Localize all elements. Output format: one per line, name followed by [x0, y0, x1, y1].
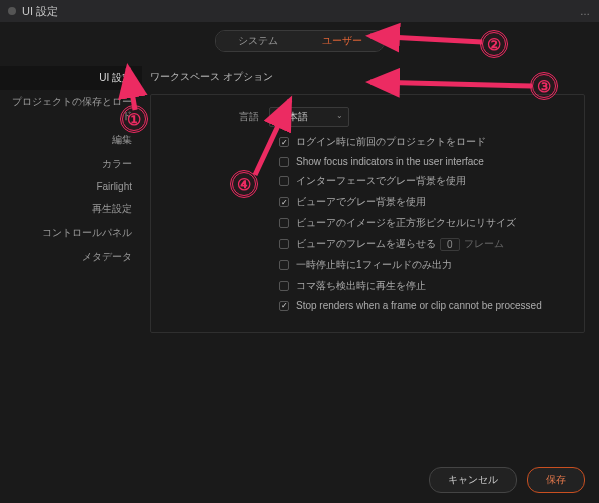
- sidebar-item-ui-settings[interactable]: UI 設定: [0, 66, 142, 90]
- tab-system[interactable]: システム: [216, 31, 300, 51]
- sidebar: UI 設定 プロジェクトの保存とロード 編集 カラー Fairlight 再生設…: [0, 64, 142, 333]
- sidebar-item-control-panel[interactable]: コントロールパネル: [0, 221, 142, 245]
- checkbox-label-8: Stop renders when a frame or clip cannot…: [296, 300, 542, 311]
- window-title: UI 設定: [22, 4, 58, 19]
- window-more-icon[interactable]: …: [580, 6, 591, 17]
- checkbox-label-4: ビューアのイメージを正方形ピクセルにリサイズ: [296, 216, 516, 230]
- option-row-5: ビューアのフレームを遅らせる0フレーム: [165, 237, 570, 251]
- option-row-0: ログイン時に前回のプロジェクトをロード: [165, 135, 570, 149]
- option-row-2: インターフェースでグレー背景を使用: [165, 174, 570, 188]
- checkbox-label-1: Show focus indicators in the user interf…: [296, 156, 484, 167]
- sidebar-item-metadata[interactable]: メタデータ: [0, 245, 142, 269]
- sidebar-item-playback[interactable]: 再生設定: [0, 197, 142, 221]
- language-value: 日本語: [278, 111, 308, 122]
- checkbox-2[interactable]: [279, 176, 289, 186]
- checkbox-label-7: コマ落ち検出時に再生を停止: [296, 279, 426, 293]
- sidebar-item-project-save-load[interactable]: プロジェクトの保存とロード: [0, 90, 142, 128]
- language-label: 言語: [165, 110, 269, 124]
- option-row-3: ビューアでグレー背景を使用: [165, 195, 570, 209]
- checkbox-4[interactable]: [279, 218, 289, 228]
- checkbox-5[interactable]: [279, 239, 289, 249]
- checkbox-label-6: 一時停止時に1フィールドのみ出力: [296, 258, 452, 272]
- checkbox-7[interactable]: [279, 281, 289, 291]
- sidebar-item-edit[interactable]: 編集: [0, 128, 142, 152]
- checkbox-1[interactable]: [279, 157, 289, 167]
- option-row-7: コマ落ち検出時に再生を停止: [165, 279, 570, 293]
- checkbox-6[interactable]: [279, 260, 289, 270]
- checkbox-label-2: インターフェースでグレー背景を使用: [296, 174, 466, 188]
- language-select[interactable]: 日本語 ⌄: [269, 107, 349, 127]
- sidebar-item-fairlight[interactable]: Fairlight: [0, 176, 142, 197]
- checkbox-label-3: ビューアでグレー背景を使用: [296, 195, 426, 209]
- checkbox-label-5: ビューアのフレームを遅らせる: [296, 237, 436, 251]
- option-row-8: Stop renders when a frame or clip cannot…: [165, 300, 570, 311]
- checkbox-3[interactable]: [279, 197, 289, 207]
- frame-delay-input[interactable]: 0: [440, 238, 460, 251]
- window-dot: [8, 7, 16, 15]
- checkbox-0[interactable]: [279, 137, 289, 147]
- tab-user[interactable]: ユーザー: [300, 31, 384, 51]
- option-row-1: Show focus indicators in the user interf…: [165, 156, 570, 167]
- titlebar: UI 設定 …: [0, 0, 599, 22]
- options-panel: 言語 日本語 ⌄ ログイン時に前回のプロジェクトをロードShow focus i…: [150, 94, 585, 333]
- chevron-down-icon: ⌄: [336, 111, 343, 120]
- option-row-4: ビューアのイメージを正方形ピクセルにリサイズ: [165, 216, 570, 230]
- frame-delay-unit: フレーム: [464, 237, 504, 251]
- save-button[interactable]: 保存: [527, 467, 585, 493]
- option-row-6: 一時停止時に1フィールドのみ出力: [165, 258, 570, 272]
- section-title: ワークスペース オプション: [150, 64, 585, 94]
- sidebar-item-color[interactable]: カラー: [0, 152, 142, 176]
- top-tab-switch: システム ユーザー: [0, 30, 599, 52]
- cancel-button[interactable]: キャンセル: [429, 467, 517, 493]
- checkbox-label-0: ログイン時に前回のプロジェクトをロード: [296, 135, 486, 149]
- checkbox-8[interactable]: [279, 301, 289, 311]
